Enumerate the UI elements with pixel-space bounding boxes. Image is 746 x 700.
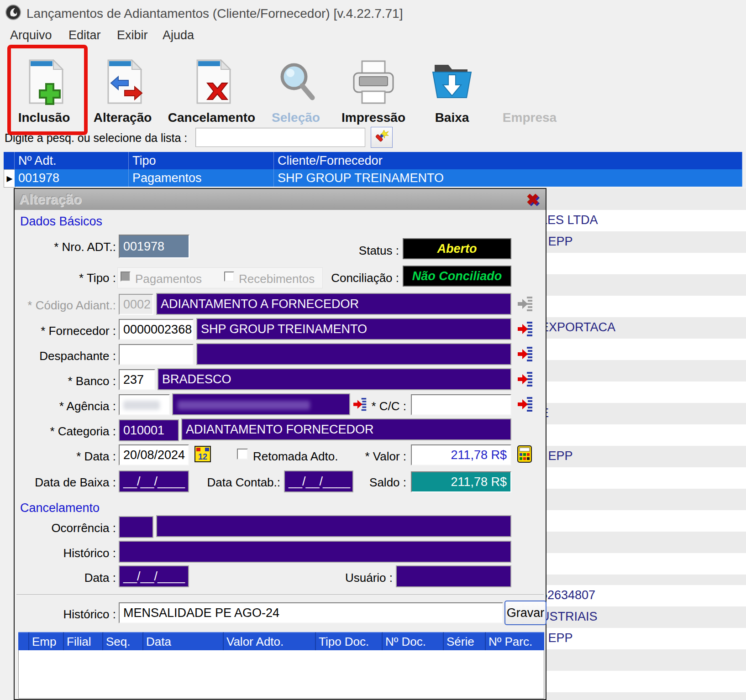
list-item: - EPP [525, 628, 746, 649]
grid-column-tipo-doc: Tipo Doc. [316, 632, 383, 650]
dialog-titlebar[interactable]: Alteração [15, 189, 546, 210]
list-item: EXPORTACA [525, 317, 746, 339]
grid-body-empty [18, 650, 544, 699]
app-window: Lançamentos de Adiantamentos (Cliente/Fo… [0, 0, 746, 700]
historico-input[interactable]: MENSALIDADE PE AGO-24 [119, 602, 503, 623]
grid-column-serie: Série [444, 632, 486, 650]
valor-field[interactable]: 211,78 R$ [411, 444, 511, 465]
nro-adt-label: * Nro. ADT.: [15, 240, 116, 254]
result-cell-cliente[interactable]: SHP GROUP TREINAMENTO [274, 169, 742, 187]
historico-cancel-field [119, 541, 511, 563]
cc-label: * C/C : [307, 399, 406, 413]
pagamentos-label: Pagamentos [135, 272, 202, 286]
despachante-code-field[interactable] [119, 344, 194, 365]
list-item [525, 424, 746, 446]
results-column-tipo[interactable]: Tipo [129, 152, 274, 169]
calendar-icon[interactable]: 12 [194, 446, 211, 464]
document-x-icon [190, 55, 234, 109]
list-item [525, 532, 746, 553]
menu-exibir[interactable]: Exibir [117, 28, 148, 42]
grid-column-filial: Filial [64, 632, 103, 650]
ocorrencia-code-field [119, 516, 153, 538]
printer-icon [348, 55, 399, 109]
conciliacao-badge: Não Conciliado [403, 266, 511, 287]
nro-adt-field: 001978 [119, 235, 189, 258]
menu-editar[interactable]: Editar [68, 28, 101, 42]
fornecedor-code-field[interactable]: 0000002368 [119, 319, 194, 340]
alteracao-label: Alteração [94, 110, 152, 125]
agencia-desc-redacted-value [178, 401, 310, 410]
section-dados-basicos: Dados Básicos [20, 214, 102, 229]
impressao-button[interactable]: Impressão [337, 47, 410, 125]
fornecedor-lookup-icon[interactable] [518, 321, 533, 340]
menu-ajuda[interactable]: Ajuda [163, 28, 194, 42]
gravar-button[interactable]: Gravar [504, 601, 546, 625]
tipo-label: * Tipo : [15, 271, 116, 285]
historico-cancel-label: Histórico : [15, 546, 116, 560]
list-item [525, 253, 746, 274]
baixa-button[interactable]: Baixa [425, 47, 479, 125]
codigo-adiant-desc-field: ADIANTAMENTO A FORNECEDOR [156, 293, 511, 315]
agencia-redacted-value [123, 401, 160, 410]
list-item: 52634807 [525, 585, 746, 606]
dialog-title: Alteração [19, 192, 82, 207]
list-item [525, 692, 746, 700]
cc-field[interactable] [411, 394, 511, 415]
ocorrencia-desc-field [156, 515, 511, 537]
fornecedor-label: * Fornecedor : [15, 324, 116, 338]
result-cell-num[interactable]: 001978 [15, 169, 129, 187]
retomada-checkbox[interactable] [237, 449, 248, 460]
results-column-cliente[interactable]: Cliente/Fornecedor [274, 152, 742, 169]
categoria-label: * Categoria : [15, 424, 116, 439]
alteracao-button[interactable]: Alteração [89, 47, 156, 125]
codigo-adiant-label: * Código Adiant.: [15, 298, 116, 313]
status-label: Status : [289, 244, 399, 258]
close-icon[interactable]: ✖ [526, 190, 540, 209]
grid-column-valor-adto: Valor Adto. [224, 632, 316, 650]
magnifier-icon [274, 55, 318, 109]
agencia-code-field[interactable] [119, 394, 170, 415]
inclusao-highlight-box [7, 45, 88, 135]
banco-label: * Banco : [15, 374, 116, 388]
list-item [525, 296, 746, 317]
result-cell-tipo[interactable]: Pagamentos [129, 169, 274, 187]
folder-download-icon [428, 55, 476, 109]
selecao-label: Seleção [272, 110, 320, 125]
saldo-field: 211,78 R$ [411, 471, 511, 492]
codigo-lookup-icon [518, 296, 533, 315]
list-item [525, 188, 746, 210]
banco-code-field[interactable]: 237 [119, 369, 155, 390]
empresa-button: Empresa [498, 47, 562, 125]
list-item [525, 360, 746, 381]
banco-lookup-icon[interactable] [518, 371, 533, 390]
calculator-icon[interactable] [517, 445, 533, 465]
categoria-code-field: 010001 [119, 419, 179, 441]
status-badge: Aberto [403, 238, 511, 259]
despachante-desc-field [196, 343, 511, 365]
alteracao-dialog: Alteração ✖ Dados Básicos * Nro. ADT.: 0… [14, 188, 546, 700]
data-field[interactable]: 20/08/2024 [119, 444, 189, 465]
grid-column-emp: Emp [29, 632, 64, 650]
data-cancel-field: __/__/____ [119, 565, 189, 587]
historico-label: Histórico : [15, 607, 116, 622]
list-item [525, 649, 746, 671]
data-contab-label: Data Contab.: [170, 475, 280, 490]
usuario-field [396, 565, 511, 587]
search-button[interactable] [371, 127, 393, 148]
results-column-num[interactable]: Nº Adt. [15, 152, 129, 169]
list-item [525, 553, 746, 575]
separator-line [16, 594, 544, 595]
data-cancel-label: Data : [15, 571, 116, 585]
cancelamento-button[interactable]: Cancelamento [172, 47, 252, 125]
categoria-desc-field: ADIANTAMENTO FORNECEDOR [181, 418, 511, 440]
menu-arquivo[interactable]: Arquivo [10, 28, 52, 42]
grid-column-data: Data [143, 632, 224, 650]
list-item: - EPP [525, 231, 746, 253]
despachante-lookup-icon[interactable] [518, 346, 533, 365]
cc-lookup-icon[interactable] [518, 396, 533, 415]
grid-column-seq: Seq. [103, 632, 143, 650]
conciliacao-label: Conciliação : [289, 271, 399, 285]
list-item [525, 575, 746, 585]
search-input[interactable] [195, 128, 365, 147]
fornecedor-desc-field: SHP GROUP TREINAMENTO [196, 318, 511, 340]
